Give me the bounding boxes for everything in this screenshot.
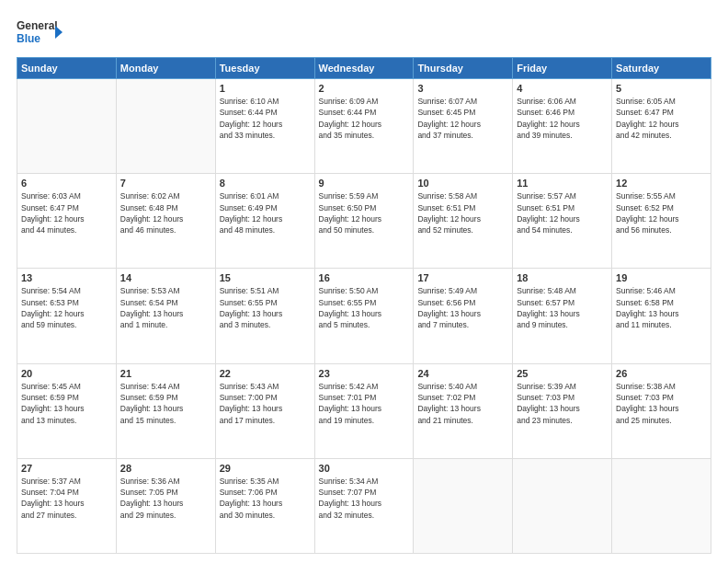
day-detail: Sunrise: 5:38 AM Sunset: 7:03 PM Dayligh… xyxy=(616,381,707,426)
day-number: 8 xyxy=(220,178,311,189)
day-detail: Sunrise: 5:36 AM Sunset: 7:05 PM Dayligh… xyxy=(120,476,211,521)
day-number: 12 xyxy=(616,178,707,189)
calendar-day-cell: 11Sunrise: 5:57 AM Sunset: 6:51 PM Dayli… xyxy=(513,174,612,269)
day-number: 16 xyxy=(319,272,410,283)
calendar-day-cell: 29Sunrise: 5:35 AM Sunset: 7:06 PM Dayli… xyxy=(215,458,314,553)
calendar-day-cell: 14Sunrise: 5:53 AM Sunset: 6:54 PM Dayli… xyxy=(116,269,215,363)
header: GeneralBlue xyxy=(17,17,711,48)
day-number: 9 xyxy=(319,178,410,189)
day-number: 19 xyxy=(616,272,707,283)
day-number: 24 xyxy=(417,368,508,379)
day-detail: Sunrise: 5:59 AM Sunset: 6:50 PM Dayligh… xyxy=(319,190,410,236)
day-detail: Sunrise: 5:42 AM Sunset: 7:01 PM Dayligh… xyxy=(319,381,410,426)
day-number: 2 xyxy=(319,83,410,94)
calendar-day-cell: 16Sunrise: 5:50 AM Sunset: 6:55 PM Dayli… xyxy=(314,269,414,363)
calendar-day-cell: 7Sunrise: 6:02 AM Sunset: 6:48 PM Daylig… xyxy=(116,174,215,269)
weekday-header-cell: Sunday xyxy=(17,58,117,79)
calendar-day-cell xyxy=(414,458,513,553)
day-detail: Sunrise: 5:45 AM Sunset: 6:59 PM Dayligh… xyxy=(21,381,112,426)
weekday-header-cell: Saturday xyxy=(612,58,711,79)
day-detail: Sunrise: 5:34 AM Sunset: 7:07 PM Dayligh… xyxy=(319,476,410,521)
day-detail: Sunrise: 6:07 AM Sunset: 6:45 PM Dayligh… xyxy=(417,96,508,141)
day-number: 13 xyxy=(21,272,112,283)
calendar-day-cell: 1Sunrise: 6:10 AM Sunset: 6:44 PM Daylig… xyxy=(215,79,314,174)
day-detail: Sunrise: 5:57 AM Sunset: 6:51 PM Dayligh… xyxy=(517,190,608,236)
calendar-week-row: 13Sunrise: 5:54 AM Sunset: 6:53 PM Dayli… xyxy=(17,269,711,363)
day-detail: Sunrise: 5:35 AM Sunset: 7:06 PM Dayligh… xyxy=(220,476,311,521)
day-number: 1 xyxy=(220,83,311,94)
logo: GeneralBlue xyxy=(17,17,64,48)
day-detail: Sunrise: 6:06 AM Sunset: 6:46 PM Dayligh… xyxy=(517,96,608,141)
day-detail: Sunrise: 5:43 AM Sunset: 7:00 PM Dayligh… xyxy=(220,381,311,426)
weekday-header-cell: Friday xyxy=(513,58,612,79)
day-detail: Sunrise: 5:46 AM Sunset: 6:58 PM Dayligh… xyxy=(616,285,707,330)
calendar-day-cell: 24Sunrise: 5:40 AM Sunset: 7:02 PM Dayli… xyxy=(414,363,513,458)
calendar-day-cell: 26Sunrise: 5:38 AM Sunset: 7:03 PM Dayli… xyxy=(612,363,711,458)
day-number: 10 xyxy=(417,178,508,189)
day-detail: Sunrise: 5:48 AM Sunset: 6:57 PM Dayligh… xyxy=(517,285,608,330)
calendar-week-row: 6Sunrise: 6:03 AM Sunset: 6:47 PM Daylig… xyxy=(17,174,711,269)
day-detail: Sunrise: 5:44 AM Sunset: 6:59 PM Dayligh… xyxy=(120,381,211,426)
svg-marker-2 xyxy=(55,26,63,39)
day-detail: Sunrise: 6:05 AM Sunset: 6:47 PM Dayligh… xyxy=(616,96,707,141)
calendar-day-cell: 23Sunrise: 5:42 AM Sunset: 7:01 PM Dayli… xyxy=(314,363,414,458)
calendar-day-cell: 15Sunrise: 5:51 AM Sunset: 6:55 PM Dayli… xyxy=(215,269,314,363)
day-number: 5 xyxy=(616,83,707,94)
calendar-day-cell: 17Sunrise: 5:49 AM Sunset: 6:56 PM Dayli… xyxy=(414,269,513,363)
calendar-week-row: 27Sunrise: 5:37 AM Sunset: 7:04 PM Dayli… xyxy=(17,458,711,553)
calendar-day-cell: 19Sunrise: 5:46 AM Sunset: 6:58 PM Dayli… xyxy=(612,269,711,363)
calendar-day-cell: 2Sunrise: 6:09 AM Sunset: 6:44 PM Daylig… xyxy=(314,79,414,174)
day-number: 3 xyxy=(417,83,508,94)
calendar-table: SundayMondayTuesdayWednesdayThursdayFrid… xyxy=(17,57,711,554)
day-number: 26 xyxy=(616,368,707,379)
calendar-day-cell: 20Sunrise: 5:45 AM Sunset: 6:59 PM Dayli… xyxy=(17,363,117,458)
calendar-day-cell: 12Sunrise: 5:55 AM Sunset: 6:52 PM Dayli… xyxy=(612,174,711,269)
day-detail: Sunrise: 6:09 AM Sunset: 6:44 PM Dayligh… xyxy=(319,96,410,141)
day-detail: Sunrise: 6:02 AM Sunset: 6:48 PM Dayligh… xyxy=(120,190,211,236)
svg-text:General: General xyxy=(17,19,58,32)
day-number: 25 xyxy=(517,368,608,379)
page: GeneralBlue SundayMondayTuesdayWednesday… xyxy=(0,0,728,563)
day-number: 6 xyxy=(21,178,112,189)
calendar-week-row: 1Sunrise: 6:10 AM Sunset: 6:44 PM Daylig… xyxy=(17,79,711,174)
day-number: 11 xyxy=(517,178,608,189)
calendar-day-cell: 30Sunrise: 5:34 AM Sunset: 7:07 PM Dayli… xyxy=(314,458,414,553)
calendar-day-cell: 5Sunrise: 6:05 AM Sunset: 6:47 PM Daylig… xyxy=(612,79,711,174)
day-detail: Sunrise: 5:50 AM Sunset: 6:55 PM Dayligh… xyxy=(319,285,410,330)
day-number: 22 xyxy=(220,368,311,379)
day-detail: Sunrise: 6:10 AM Sunset: 6:44 PM Dayligh… xyxy=(220,96,311,141)
day-number: 4 xyxy=(517,83,608,94)
calendar-day-cell: 9Sunrise: 5:59 AM Sunset: 6:50 PM Daylig… xyxy=(314,174,414,269)
day-detail: Sunrise: 5:54 AM Sunset: 6:53 PM Dayligh… xyxy=(21,285,112,330)
calendar-day-cell xyxy=(513,458,612,553)
day-number: 18 xyxy=(517,272,608,283)
day-number: 14 xyxy=(120,272,211,283)
day-number: 30 xyxy=(319,463,410,474)
calendar-day-cell: 25Sunrise: 5:39 AM Sunset: 7:03 PM Dayli… xyxy=(513,363,612,458)
day-number: 7 xyxy=(120,178,211,189)
day-number: 20 xyxy=(21,368,112,379)
weekday-header-row: SundayMondayTuesdayWednesdayThursdayFrid… xyxy=(17,58,711,79)
calendar-day-cell xyxy=(17,79,117,174)
calendar-day-cell: 13Sunrise: 5:54 AM Sunset: 6:53 PM Dayli… xyxy=(17,269,117,363)
logo-svg: GeneralBlue xyxy=(17,17,64,48)
day-number: 27 xyxy=(21,463,112,474)
calendar-day-cell: 8Sunrise: 6:01 AM Sunset: 6:49 PM Daylig… xyxy=(215,174,314,269)
day-number: 21 xyxy=(120,368,211,379)
calendar-day-cell: 6Sunrise: 6:03 AM Sunset: 6:47 PM Daylig… xyxy=(17,174,117,269)
day-number: 15 xyxy=(220,272,311,283)
calendar-day-cell: 3Sunrise: 6:07 AM Sunset: 6:45 PM Daylig… xyxy=(414,79,513,174)
day-number: 29 xyxy=(220,463,311,474)
day-detail: Sunrise: 5:40 AM Sunset: 7:02 PM Dayligh… xyxy=(417,381,508,426)
weekday-header-cell: Thursday xyxy=(414,58,513,79)
calendar-day-cell: 18Sunrise: 5:48 AM Sunset: 6:57 PM Dayli… xyxy=(513,269,612,363)
day-number: 28 xyxy=(120,463,211,474)
day-detail: Sunrise: 6:01 AM Sunset: 6:49 PM Dayligh… xyxy=(220,190,311,236)
day-detail: Sunrise: 5:37 AM Sunset: 7:04 PM Dayligh… xyxy=(21,476,112,521)
calendar-day-cell: 10Sunrise: 5:58 AM Sunset: 6:51 PM Dayli… xyxy=(414,174,513,269)
day-number: 17 xyxy=(417,272,508,283)
calendar-day-cell: 28Sunrise: 5:36 AM Sunset: 7:05 PM Dayli… xyxy=(116,458,215,553)
calendar-day-cell: 21Sunrise: 5:44 AM Sunset: 6:59 PM Dayli… xyxy=(116,363,215,458)
day-detail: Sunrise: 5:58 AM Sunset: 6:51 PM Dayligh… xyxy=(417,190,508,236)
day-detail: Sunrise: 5:39 AM Sunset: 7:03 PM Dayligh… xyxy=(517,381,608,426)
